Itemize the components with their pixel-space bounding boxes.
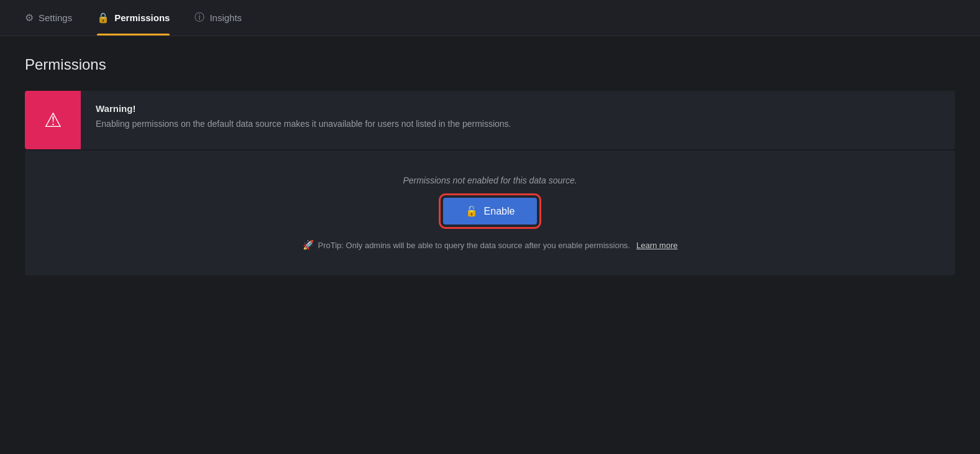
tab-settings[interactable]: ⚙ Settings bbox=[12, 0, 85, 35]
tab-permissions-label: Permissions bbox=[114, 12, 170, 23]
permissions-status-text: Permissions not enabled for this data so… bbox=[403, 175, 577, 185]
warning-triangle-icon: ⚠ bbox=[44, 108, 62, 132]
warning-title: Warning! bbox=[96, 103, 511, 114]
info-icon: ⓘ bbox=[195, 11, 204, 24]
page-title: Permissions bbox=[25, 56, 955, 73]
page-content: Permissions ⚠ Warning! Enabling permissi… bbox=[0, 36, 980, 295]
warning-text-block: Warning! Enabling permissions on the def… bbox=[81, 91, 526, 149]
protip-row: 🚀 ProTip: Only admins will be able to qu… bbox=[303, 239, 678, 251]
tab-permissions[interactable]: 🔒 Permissions bbox=[85, 0, 182, 35]
protip-text: ProTip: Only admins will be able to quer… bbox=[318, 241, 630, 250]
tab-bar: ⚙ Settings 🔒 Permissions ⓘ Insights bbox=[0, 0, 980, 36]
learn-more-link[interactable]: Learn more bbox=[636, 241, 677, 250]
settings-icon: ⚙ bbox=[25, 12, 34, 24]
tab-insights[interactable]: ⓘ Insights bbox=[182, 0, 254, 35]
warning-icon-block: ⚠ bbox=[25, 91, 81, 149]
protip-icon: 🚀 bbox=[303, 239, 314, 251]
tab-insights-label: Insights bbox=[209, 12, 242, 23]
lock-icon: 🔒 bbox=[97, 12, 109, 24]
warning-banner: ⚠ Warning! Enabling permissions on the d… bbox=[25, 91, 955, 149]
warning-body: Enabling permissions on the default data… bbox=[96, 118, 511, 131]
enable-button[interactable]: 🔓 Enable bbox=[443, 198, 538, 225]
permissions-section: Permissions not enabled for this data so… bbox=[25, 151, 955, 276]
enable-button-label: Enable bbox=[484, 206, 515, 217]
enable-lock-icon: 🔓 bbox=[465, 205, 478, 217]
tab-settings-label: Settings bbox=[39, 12, 72, 23]
